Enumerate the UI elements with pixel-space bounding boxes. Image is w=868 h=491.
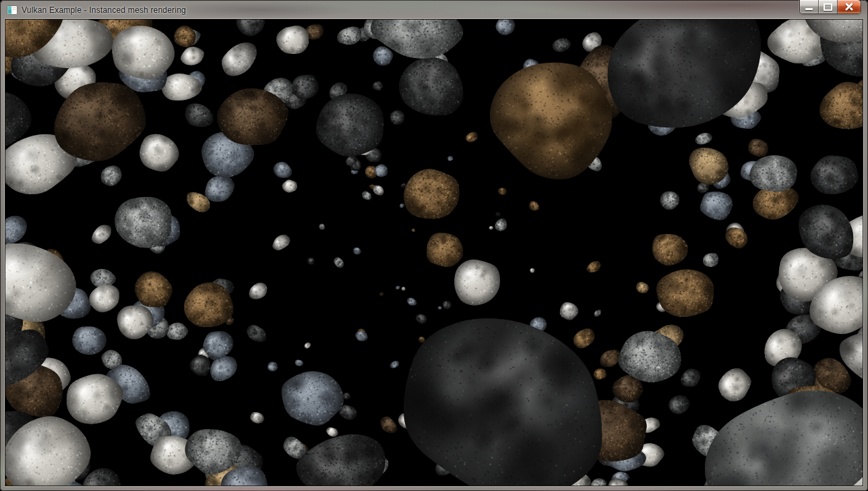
window-title: Vulkan Example - Instanced mesh renderin… bbox=[22, 5, 186, 15]
title-bar[interactable]: Vulkan Example - Instanced mesh renderin… bbox=[0, 0, 868, 20]
app-window: Vulkan Example - Instanced mesh renderin… bbox=[0, 0, 868, 491]
close-button[interactable] bbox=[838, 0, 861, 13]
render-viewport[interactable] bbox=[5, 20, 863, 486]
maximize-button[interactable] bbox=[819, 0, 838, 13]
minimize-icon bbox=[805, 8, 813, 10]
close-icon bbox=[844, 3, 854, 11]
vulkan-render-canvas[interactable] bbox=[5, 20, 863, 486]
window-controls bbox=[799, 0, 861, 14]
app-icon bbox=[7, 5, 18, 16]
maximize-icon bbox=[824, 3, 832, 11]
minimize-button[interactable] bbox=[800, 0, 819, 13]
